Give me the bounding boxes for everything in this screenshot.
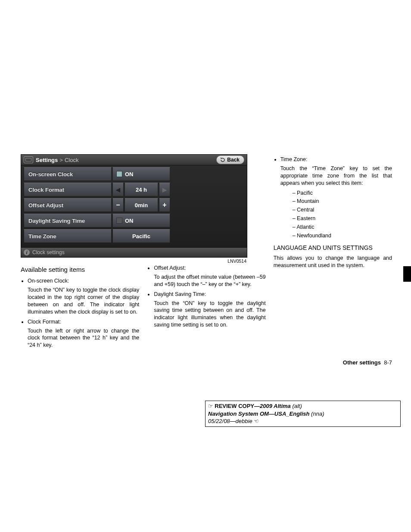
column-3: Time Zone: Touch the “Time Zone” key to …	[274, 154, 392, 352]
item-clock-format: Clock Format: Touch the left or right ar…	[28, 318, 139, 349]
page-footer: Other settings 8-7	[343, 359, 392, 366]
available-items-heading: Available setting items	[21, 265, 139, 274]
time-zone-list: Pacific Mountain Central Eastern Atlanti…	[280, 190, 392, 240]
item-onscreen-clock: On-screen Clock: Touch the “ON” key to t…	[28, 277, 139, 315]
hand-icon: ☞	[208, 403, 215, 409]
column-2: Offset Adjust: To adjust the offset minu…	[147, 154, 265, 352]
item-dst: Daylight Saving Time: Touch the “ON” key…	[154, 291, 265, 329]
item-time-zone: Time Zone: Touch the “Time Zone” key to …	[280, 156, 392, 240]
column-1: Available setting items On-screen Clock:…	[21, 154, 139, 352]
review-copy-box: ☞ REVIEW COPY—2009 Altima (alt) Navigati…	[205, 401, 401, 427]
page-edge-tab	[403, 266, 411, 282]
language-units-heading: LANGUAGE AND UNITS SETTINGS	[274, 244, 392, 252]
hand-icon: ☜	[254, 418, 259, 424]
item-offset-adjust: Offset Adjust: To adjust the offset minu…	[154, 264, 265, 288]
language-units-body: This allows you to change the language a…	[274, 255, 392, 269]
